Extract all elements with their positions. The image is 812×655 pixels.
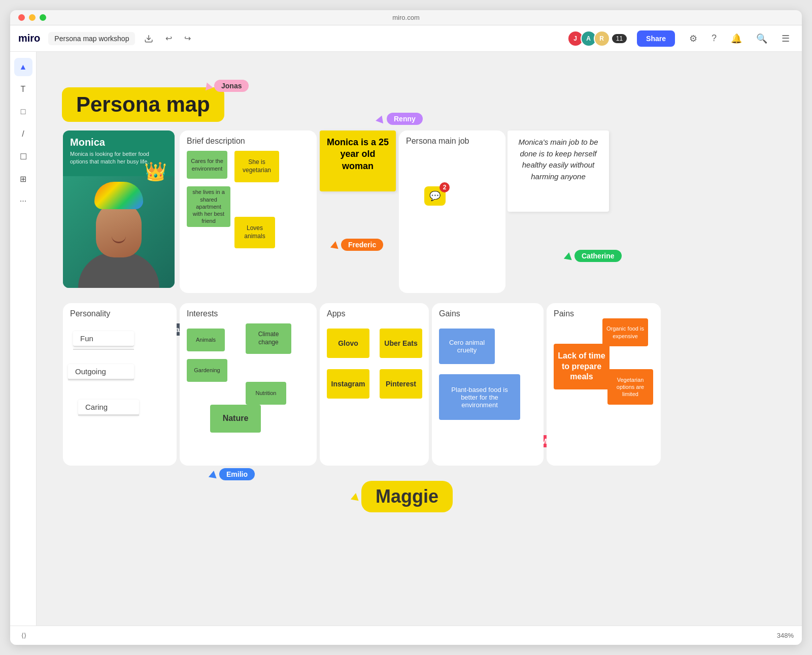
select-tool[interactable]: ▲ <box>14 58 32 76</box>
shape-tool[interactable]: ☐ <box>14 147 32 166</box>
interest-nutrition[interactable]: Nutrition <box>246 382 286 405</box>
sticky-cares-env[interactable]: Cares for the environment <box>187 151 227 179</box>
trait-divider-2 <box>68 379 134 380</box>
settings-icon[interactable]: ⚙ <box>685 30 701 47</box>
undo-button[interactable]: ↩ <box>162 30 175 46</box>
trait-outgoing: Outgoing <box>68 364 134 380</box>
interest-gardening[interactable]: Gardening <box>187 359 227 382</box>
monica-name: Monica <box>70 137 167 148</box>
trait-caring: Caring <box>78 400 139 415</box>
board-title[interactable]: Persona map workshop <box>48 32 135 45</box>
close-button[interactable] <box>18 14 25 21</box>
app-glovo[interactable]: Glovo <box>327 329 369 358</box>
monica-card: Monica Monica is looking for better food… <box>63 130 175 288</box>
cursor-label-maggie: Maggie <box>361 481 453 512</box>
sticky-apartment[interactable]: she lives in a shared apartment with her… <box>187 186 230 227</box>
pains-label: Pains <box>554 309 574 318</box>
app-pinterest[interactable]: Pinterest <box>380 369 422 399</box>
pains-panel: Pains Organic food is expensive Lack of … <box>547 303 661 466</box>
window-controls <box>18 14 46 21</box>
panels-toggle[interactable]: ⟨⟩ <box>18 629 29 642</box>
personality-label: Personality <box>70 309 110 318</box>
cursor-label-emilio: Emilio <box>219 468 255 480</box>
cursor-label-jonas: Jonas <box>214 80 249 92</box>
persona-job-note: Monica's main job to be done is to keep … <box>507 130 609 212</box>
avatar-3: R <box>594 30 610 47</box>
brief-description-panel: Brief description Cares for the environm… <box>180 130 317 293</box>
notifications-icon[interactable]: 🔔 <box>727 30 746 47</box>
trait-fun: Fun <box>73 331 134 347</box>
app-instagram[interactable]: Instagram <box>327 369 369 399</box>
bottom-bar: ⟨⟩ 348% <box>10 626 802 645</box>
help-icon[interactable]: ? <box>707 30 721 47</box>
gains-label: Gains <box>439 309 460 318</box>
persona-job-panel: Persona main job 💬 2 <box>399 130 505 293</box>
trait-divider-3 <box>78 415 139 416</box>
cursor-label-renny: Renny <box>387 113 423 125</box>
cursor-emilio: Emilio <box>209 468 255 480</box>
persona-job-label: Persona main job <box>406 137 469 146</box>
brief-desc-label: Brief description <box>187 137 245 146</box>
interests-panel: Interests Animals Climate change Gardeni… <box>180 303 317 466</box>
personality-panel: Personality Fun Outgoing Caring <box>63 303 177 466</box>
sticky-vegetarian[interactable]: She is vegetarian <box>234 151 279 182</box>
cursor-jonas: Jonas <box>204 80 249 92</box>
monica-main-sticky[interactable]: Monica is a 25 year old woman <box>320 130 396 191</box>
sticky-tool[interactable]: □ <box>14 103 32 121</box>
app-window: miro.com miro Persona map workshop ↩ ↪ J… <box>10 10 802 645</box>
menu-icon[interactable]: ☰ <box>777 30 794 47</box>
gains-panel: Gains Cero animal cruelty Plant-based fo… <box>432 303 544 466</box>
cursor-frederic: Frederic <box>331 239 383 251</box>
interest-nature[interactable]: Nature <box>210 405 261 433</box>
minimize-button[interactable] <box>29 14 36 21</box>
pen-tool[interactable]: / <box>14 125 32 143</box>
interests-label: Interests <box>187 309 218 318</box>
share-button[interactable]: Share <box>637 30 675 47</box>
gain-animal-cruelty[interactable]: Cero animal cruelty <box>439 329 495 364</box>
text-tool[interactable]: T <box>14 80 32 99</box>
cursor-catherine: Catherine <box>564 250 622 262</box>
zoom-level: 348% <box>777 632 794 639</box>
maximize-button[interactable] <box>40 14 46 21</box>
trait-divider-1 <box>73 349 134 350</box>
avatar-count[interactable]: 11 <box>612 34 627 43</box>
search-icon[interactable]: 🔍 <box>752 30 771 47</box>
cursor-maggie: Maggie <box>351 481 453 512</box>
sticky-animals[interactable]: Loves animals <box>234 217 275 248</box>
gain-plant-based[interactable]: Plant-based food is better for the envir… <box>439 374 520 420</box>
collaborators-avatars: J A R 11 <box>567 30 627 47</box>
miro-logo[interactable]: miro <box>18 32 40 44</box>
cursor-renny: Renny <box>377 113 423 125</box>
pain-lack-time[interactable]: Lack of time to prepare meals <box>554 344 610 389</box>
toolbar: miro Persona map workshop ↩ ↪ J A R 11 S… <box>10 25 802 52</box>
pain-organic[interactable]: Organic food is expensive <box>602 318 648 346</box>
app-ubereats[interactable]: Uber Eats <box>380 329 422 358</box>
comment-bubble[interactable]: 💬 2 <box>424 186 446 206</box>
canvas[interactable]: Persona map Jonas Renny Astrid Frederic … <box>37 52 802 626</box>
cursor-label-frederic: Frederic <box>341 239 383 251</box>
cursor-label-catherine: Catherine <box>574 250 622 262</box>
interest-climate[interactable]: Climate change <box>246 323 291 354</box>
left-sidebar: ▲ T □ / ☐ ⊞ ··· <box>10 52 37 626</box>
interest-animals[interactable]: Animals <box>187 329 225 351</box>
pain-vegetarian-limited[interactable]: Vegetarian options are limited <box>607 369 653 405</box>
persona-title: Persona map <box>62 87 224 122</box>
apps-panel: Apps Glovo Uber Eats Instagram Pinterest <box>320 303 429 466</box>
export-button[interactable] <box>141 31 156 46</box>
monica-image <box>63 176 175 288</box>
apps-label: Apps <box>327 309 345 318</box>
redo-button[interactable]: ↪ <box>181 30 194 46</box>
frame-tool[interactable]: ⊞ <box>14 170 32 188</box>
window-title: miro.com <box>392 14 419 21</box>
crown-icon: 👑 <box>144 161 167 182</box>
persona-title-area: Persona map <box>62 87 224 122</box>
comment-count: 2 <box>439 182 450 192</box>
title-bar: miro.com <box>10 10 802 25</box>
more-tools[interactable]: ··· <box>14 192 32 210</box>
